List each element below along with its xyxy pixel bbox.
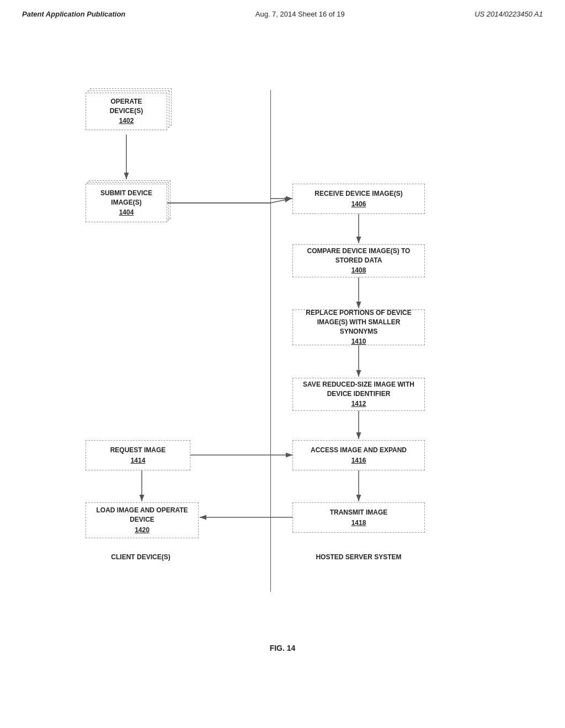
save-reduced-label: SAVE REDUCED-SIZE IMAGE WITH DEVICE IDEN…	[303, 380, 414, 399]
client-devices-label: CLIENT DEVICE(S)	[86, 553, 196, 561]
page-header: Patent Application Publication Aug. 7, 2…	[0, 0, 565, 24]
divider-line	[270, 90, 271, 592]
load-image-label: LOAD IMAGE AND OPERATE DEVICE	[96, 506, 188, 524]
compare-device-label: COMPARE DEVICE IMAGE(S) TO STORED DATA	[307, 247, 411, 265]
submit-device-number: 1404	[119, 208, 134, 217]
save-reduced-number: 1412	[351, 399, 366, 409]
submit-device-label: SUBMIT DEVICE IMAGE(S)	[100, 189, 152, 207]
flow-arrows	[0, 35, 565, 669]
header-publication: Patent Application Publication	[22, 10, 125, 18]
compare-device-number: 1408	[351, 266, 366, 275]
transmit-image-box: TRANSMIT IMAGE 1418	[292, 502, 425, 533]
svg-line-3	[270, 199, 291, 203]
figure-caption: FIG. 14	[270, 644, 296, 652]
diagram-area: OPERATE DEVICE(S) 1402 SUBMIT DEVICE IMA…	[0, 35, 565, 669]
transmit-image-number: 1418	[351, 518, 366, 528]
compare-device-box: COMPARE DEVICE IMAGE(S) TO STORED DATA 1…	[292, 244, 425, 277]
replace-portions-label: REPLACE PORTIONS OF DEVICE IMAGE(S) WITH…	[297, 308, 420, 336]
operate-device-label: OPERATE DEVICE(S)	[110, 97, 143, 116]
header-patent-number: US 2014/0223450 A1	[475, 10, 543, 18]
load-image-box: LOAD IMAGE AND OPERATE DEVICE 1420	[86, 502, 199, 538]
access-image-label: ACCESS IMAGE AND EXPAND	[311, 446, 407, 455]
request-image-box: REQUEST IMAGE 1414	[86, 440, 190, 470]
submit-device-stacked: SUBMIT DEVICE IMAGE(S) 1404	[86, 184, 171, 227]
operate-device-stacked: OPERATE DEVICE(S) 1402	[86, 93, 172, 135]
header-date-sheet: Aug. 7, 2014 Sheet 16 of 19	[255, 10, 345, 18]
receive-device-number: 1406	[351, 200, 366, 209]
submit-device-box: SUBMIT DEVICE IMAGE(S) 1404	[86, 184, 167, 222]
access-image-number: 1416	[351, 456, 366, 465]
save-reduced-box: SAVE REDUCED-SIZE IMAGE WITH DEVICE IDEN…	[292, 378, 425, 411]
receive-device-box: RECEIVE DEVICE IMAGE(S) 1406	[292, 184, 425, 214]
hosted-server-label: HOSTED SERVER SYSTEM	[292, 553, 425, 561]
request-image-number: 1414	[131, 456, 146, 465]
replace-portions-box: REPLACE PORTIONS OF DEVICE IMAGE(S) WITH…	[292, 309, 425, 345]
access-image-box: ACCESS IMAGE AND EXPAND 1416	[292, 440, 425, 470]
operate-device-box: OPERATE DEVICE(S) 1402	[86, 93, 167, 130]
load-image-number: 1420	[135, 526, 150, 535]
request-image-label: REQUEST IMAGE	[110, 446, 166, 455]
replace-portions-number: 1410	[351, 337, 366, 346]
transmit-image-label: TRANSMIT IMAGE	[330, 508, 388, 517]
operate-device-number: 1402	[119, 116, 134, 126]
receive-device-label: RECEIVE DEVICE IMAGE(S)	[315, 189, 402, 199]
